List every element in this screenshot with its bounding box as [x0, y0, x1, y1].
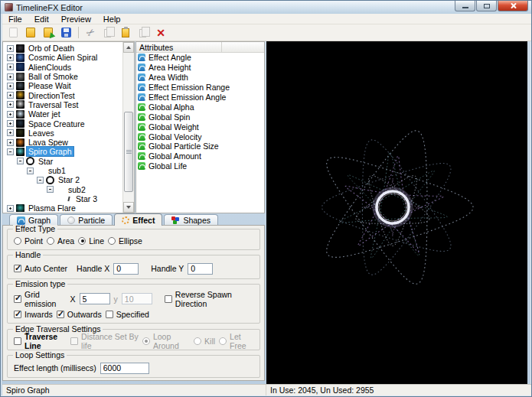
- attribute-row[interactable]: Global Spin: [136, 112, 264, 122]
- tree-item[interactable]: Water jet: [4, 109, 122, 119]
- tree-item-label[interactable]: Orb of Death: [27, 44, 76, 53]
- tree-item[interactable]: Lava Spew: [4, 138, 122, 147]
- tab-particle[interactable]: Particle: [60, 214, 113, 226]
- expand-icon[interactable]: [7, 63, 14, 70]
- auto-center-checkbox[interactable]: Auto Center: [14, 264, 67, 273]
- open-button[interactable]: [22, 25, 39, 40]
- copy-button[interactable]: [100, 25, 116, 40]
- tree-item-label[interactable]: Water jet: [27, 109, 62, 119]
- attribute-row[interactable]: Global Amount: [136, 151, 264, 161]
- tab-effect[interactable]: Effect: [114, 213, 162, 226]
- attribute-label[interactable]: Global Amount: [149, 151, 201, 161]
- paste-button[interactable]: [117, 25, 134, 40]
- tree-item[interactable]: Plasma Flare: [4, 203, 122, 212]
- tree-item[interactable]: Traversal Test: [4, 100, 122, 109]
- attribute-row[interactable]: Global Weight: [136, 122, 264, 132]
- save-button[interactable]: [57, 25, 74, 40]
- collapse-icon[interactable]: [17, 158, 24, 164]
- tree-item[interactable]: sub1: [4, 166, 122, 175]
- radio-line[interactable]: Line: [78, 236, 104, 246]
- attribute-label[interactable]: Effect Angle: [149, 53, 191, 62]
- tree-item-label[interactable]: Lava Spew: [27, 138, 70, 147]
- grid-emission-checkbox[interactable]: Grid emission: [14, 290, 67, 308]
- attribute-label[interactable]: Global Alpha: [149, 103, 194, 112]
- attribute-label[interactable]: Global Weight: [149, 122, 199, 132]
- expand-icon[interactable]: [7, 129, 14, 136]
- handle-x-input[interactable]: [113, 263, 139, 275]
- menu-preview[interactable]: Preview: [55, 15, 97, 24]
- delete-button[interactable]: [152, 25, 169, 40]
- collapse-icon[interactable]: [47, 186, 54, 193]
- handle-y-input[interactable]: [188, 263, 213, 275]
- tree-item[interactable]: Cosmic Alien Spiral: [4, 53, 122, 62]
- attribute-label[interactable]: Global Particle Size: [149, 142, 219, 151]
- menu-edit[interactable]: Edit: [28, 15, 55, 24]
- tree-item-label[interactable]: Please Wait: [27, 81, 73, 90]
- tree-item[interactable]: Please Wait: [4, 81, 122, 90]
- tree-item[interactable]: Star 2: [4, 175, 122, 184]
- attribute-label[interactable]: Global Spin: [149, 112, 190, 122]
- tree-item-label[interactable]: Ball of Smoke: [27, 72, 80, 81]
- attributes-header-label[interactable]: Attributes: [136, 42, 222, 52]
- attribute-label[interactable]: Effect Emission Range: [149, 83, 230, 92]
- tree-item[interactable]: Star: [4, 157, 122, 166]
- collapse-icon[interactable]: [27, 168, 34, 174]
- distance-set-by-life-checkbox[interactable]: Distance Set By life: [70, 332, 139, 350]
- maximize-button[interactable]: [476, 1, 497, 11]
- kill-radio[interactable]: Kill: [194, 337, 215, 346]
- expand-icon[interactable]: [7, 101, 14, 108]
- expand-icon[interactable]: [7, 83, 14, 89]
- clone-button[interactable]: [135, 25, 152, 40]
- attribute-row[interactable]: Global Alpha: [136, 102, 264, 112]
- cut-button[interactable]: [82, 25, 99, 40]
- radio-area[interactable]: Area: [47, 236, 74, 246]
- expand-icon[interactable]: [7, 73, 14, 80]
- new-button[interactable]: [5, 25, 21, 40]
- expand-icon[interactable]: [7, 45, 14, 52]
- grid-x-input[interactable]: [80, 293, 110, 304]
- tree-item-label[interactable]: Space Creature: [27, 119, 86, 129]
- tree-item-label[interactable]: DirectionTest: [27, 91, 77, 100]
- attribute-row[interactable]: Effect Emission Range: [136, 83, 264, 93]
- tree-item-label[interactable]: Traversal Test: [27, 100, 80, 109]
- minimize-button[interactable]: [455, 1, 475, 11]
- attribute-row[interactable]: Global Life: [136, 161, 264, 171]
- tree-item[interactable]: Orb of Death: [4, 44, 122, 53]
- expand-icon[interactable]: [7, 139, 14, 146]
- tab-shapes[interactable]: Shapes: [164, 214, 218, 226]
- tree-item-label[interactable]: AlienClouds: [27, 63, 73, 72]
- attribute-label[interactable]: Global Life: [149, 161, 187, 171]
- tree-item-label[interactable]: sub1: [47, 166, 67, 175]
- attribute-row[interactable]: Global Particle Size: [136, 142, 264, 151]
- tree-item-label[interactable]: Star 3: [74, 194, 99, 203]
- inwards-checkbox[interactable]: Inwards: [14, 310, 53, 319]
- let-free-radio[interactable]: Let Free: [219, 332, 253, 350]
- attribute-label[interactable]: Global Velocity: [149, 132, 201, 142]
- expand-icon[interactable]: [7, 54, 14, 61]
- tree-item-label[interactable]: Cosmic Alien Spiral: [27, 53, 99, 62]
- specified-checkbox[interactable]: Specified: [106, 310, 149, 319]
- preview-panel[interactable]: [266, 41, 527, 385]
- attribute-label[interactable]: Effect Emission Angle: [149, 93, 226, 102]
- tree-item[interactable]: DirectionTest: [4, 90, 122, 99]
- scrollbar-thumb[interactable]: [124, 112, 133, 192]
- expand-icon[interactable]: [7, 92, 14, 99]
- tree-item-label[interactable]: sub2: [67, 185, 87, 194]
- tree-item-label[interactable]: Star 2: [57, 175, 81, 184]
- title-bar[interactable]: TimelineFX Editor: [1, 1, 531, 14]
- tree-item[interactable]: Space Creature: [4, 119, 122, 128]
- menu-file[interactable]: File: [2, 15, 28, 24]
- attributes-header-col2[interactable]: [222, 42, 264, 52]
- scroll-down-button[interactable]: [123, 202, 134, 213]
- tree-item[interactable]: Leaves: [4, 129, 122, 138]
- import-button[interactable]: [40, 25, 57, 40]
- expand-icon[interactable]: [7, 120, 14, 127]
- tree-scrollbar[interactable]: [122, 42, 134, 213]
- tree-item[interactable]: Star 3: [4, 194, 122, 203]
- tree-item-label[interactable]: Spiro Graph: [27, 147, 73, 156]
- tree-item-label[interactable]: Star: [37, 157, 54, 166]
- scroll-up-button[interactable]: [123, 42, 134, 53]
- tree-item[interactable]: AlienClouds: [4, 63, 122, 72]
- collapse-icon[interactable]: [37, 177, 44, 184]
- tree-item[interactable]: Spiro Graph: [4, 147, 122, 156]
